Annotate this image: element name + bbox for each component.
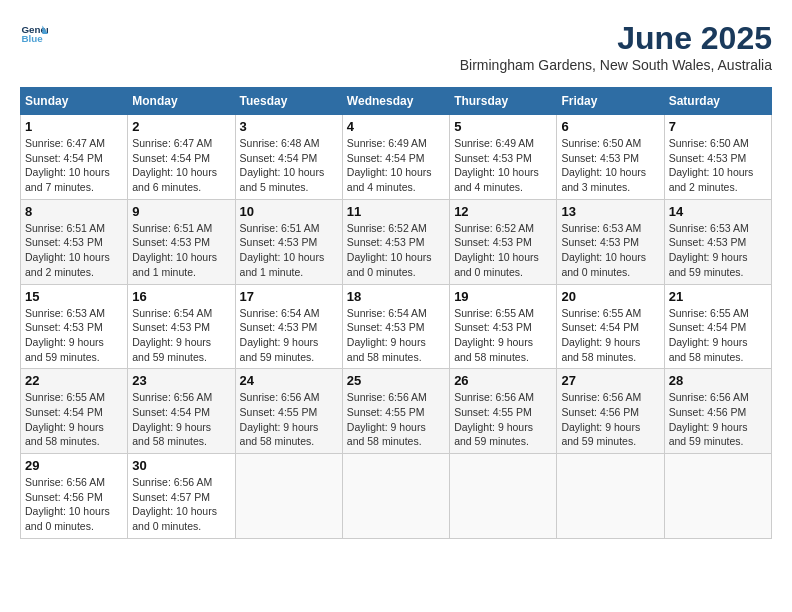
calendar-cell: 27Sunrise: 6:56 AMSunset: 4:56 PMDayligh… <box>557 369 664 454</box>
day-info: Sunrise: 6:53 AMSunset: 4:53 PMDaylight:… <box>669 221 767 280</box>
day-info: Sunrise: 6:55 AMSunset: 4:54 PMDaylight:… <box>561 306 659 365</box>
day-number: 2 <box>132 119 230 134</box>
day-info: Sunrise: 6:56 AMSunset: 4:56 PMDaylight:… <box>669 390 767 449</box>
calendar-cell: 14Sunrise: 6:53 AMSunset: 4:53 PMDayligh… <box>664 199 771 284</box>
calendar-week-1: 1Sunrise: 6:47 AMSunset: 4:54 PMDaylight… <box>21 115 772 200</box>
calendar-cell: 3Sunrise: 6:48 AMSunset: 4:54 PMDaylight… <box>235 115 342 200</box>
logo-icon: General Blue <box>20 20 48 48</box>
calendar-cell <box>450 454 557 539</box>
calendar-week-4: 22Sunrise: 6:55 AMSunset: 4:54 PMDayligh… <box>21 369 772 454</box>
day-number: 30 <box>132 458 230 473</box>
day-info: Sunrise: 6:52 AMSunset: 4:53 PMDaylight:… <box>347 221 445 280</box>
calendar-cell: 16Sunrise: 6:54 AMSunset: 4:53 PMDayligh… <box>128 284 235 369</box>
day-number: 16 <box>132 289 230 304</box>
day-number: 9 <box>132 204 230 219</box>
calendar-cell: 12Sunrise: 6:52 AMSunset: 4:53 PMDayligh… <box>450 199 557 284</box>
calendar-cell <box>342 454 449 539</box>
day-info: Sunrise: 6:56 AMSunset: 4:54 PMDaylight:… <box>132 390 230 449</box>
logo: General Blue <box>20 20 48 48</box>
column-header-friday: Friday <box>557 88 664 115</box>
calendar-table: SundayMondayTuesdayWednesdayThursdayFrid… <box>20 87 772 539</box>
calendar-cell: 13Sunrise: 6:53 AMSunset: 4:53 PMDayligh… <box>557 199 664 284</box>
calendar-cell: 8Sunrise: 6:51 AMSunset: 4:53 PMDaylight… <box>21 199 128 284</box>
day-info: Sunrise: 6:53 AMSunset: 4:53 PMDaylight:… <box>561 221 659 280</box>
calendar-cell <box>664 454 771 539</box>
day-number: 6 <box>561 119 659 134</box>
day-number: 5 <box>454 119 552 134</box>
calendar-cell: 7Sunrise: 6:50 AMSunset: 4:53 PMDaylight… <box>664 115 771 200</box>
day-info: Sunrise: 6:56 AMSunset: 4:55 PMDaylight:… <box>240 390 338 449</box>
day-info: Sunrise: 6:51 AMSunset: 4:53 PMDaylight:… <box>240 221 338 280</box>
day-number: 28 <box>669 373 767 388</box>
header: General Blue June 2025 Birmingham Garden… <box>20 20 772 79</box>
day-number: 3 <box>240 119 338 134</box>
calendar-cell <box>557 454 664 539</box>
day-number: 27 <box>561 373 659 388</box>
calendar-cell <box>235 454 342 539</box>
day-info: Sunrise: 6:56 AMSunset: 4:57 PMDaylight:… <box>132 475 230 534</box>
day-number: 8 <box>25 204 123 219</box>
calendar-cell: 28Sunrise: 6:56 AMSunset: 4:56 PMDayligh… <box>664 369 771 454</box>
day-info: Sunrise: 6:48 AMSunset: 4:54 PMDaylight:… <box>240 136 338 195</box>
day-number: 17 <box>240 289 338 304</box>
calendar-cell: 5Sunrise: 6:49 AMSunset: 4:53 PMDaylight… <box>450 115 557 200</box>
calendar-cell: 9Sunrise: 6:51 AMSunset: 4:53 PMDaylight… <box>128 199 235 284</box>
day-number: 29 <box>25 458 123 473</box>
day-number: 7 <box>669 119 767 134</box>
calendar-cell: 2Sunrise: 6:47 AMSunset: 4:54 PMDaylight… <box>128 115 235 200</box>
main-title: June 2025 <box>460 20 772 57</box>
calendar-cell: 15Sunrise: 6:53 AMSunset: 4:53 PMDayligh… <box>21 284 128 369</box>
calendar-cell: 24Sunrise: 6:56 AMSunset: 4:55 PMDayligh… <box>235 369 342 454</box>
day-number: 21 <box>669 289 767 304</box>
day-number: 15 <box>25 289 123 304</box>
calendar-cell: 6Sunrise: 6:50 AMSunset: 4:53 PMDaylight… <box>557 115 664 200</box>
day-info: Sunrise: 6:50 AMSunset: 4:53 PMDaylight:… <box>669 136 767 195</box>
day-info: Sunrise: 6:54 AMSunset: 4:53 PMDaylight:… <box>240 306 338 365</box>
day-number: 19 <box>454 289 552 304</box>
day-info: Sunrise: 6:49 AMSunset: 4:53 PMDaylight:… <box>454 136 552 195</box>
day-info: Sunrise: 6:50 AMSunset: 4:53 PMDaylight:… <box>561 136 659 195</box>
day-info: Sunrise: 6:49 AMSunset: 4:54 PMDaylight:… <box>347 136 445 195</box>
day-number: 20 <box>561 289 659 304</box>
calendar-cell: 17Sunrise: 6:54 AMSunset: 4:53 PMDayligh… <box>235 284 342 369</box>
column-header-thursday: Thursday <box>450 88 557 115</box>
day-number: 11 <box>347 204 445 219</box>
day-number: 23 <box>132 373 230 388</box>
day-info: Sunrise: 6:47 AMSunset: 4:54 PMDaylight:… <box>132 136 230 195</box>
calendar-cell: 25Sunrise: 6:56 AMSunset: 4:55 PMDayligh… <box>342 369 449 454</box>
day-number: 22 <box>25 373 123 388</box>
calendar-cell: 19Sunrise: 6:55 AMSunset: 4:53 PMDayligh… <box>450 284 557 369</box>
calendar-header-row: SundayMondayTuesdayWednesdayThursdayFrid… <box>21 88 772 115</box>
day-number: 18 <box>347 289 445 304</box>
calendar-cell: 30Sunrise: 6:56 AMSunset: 4:57 PMDayligh… <box>128 454 235 539</box>
calendar-cell: 18Sunrise: 6:54 AMSunset: 4:53 PMDayligh… <box>342 284 449 369</box>
day-info: Sunrise: 6:56 AMSunset: 4:56 PMDaylight:… <box>561 390 659 449</box>
calendar-week-2: 8Sunrise: 6:51 AMSunset: 4:53 PMDaylight… <box>21 199 772 284</box>
day-number: 12 <box>454 204 552 219</box>
day-info: Sunrise: 6:56 AMSunset: 4:55 PMDaylight:… <box>347 390 445 449</box>
day-info: Sunrise: 6:47 AMSunset: 4:54 PMDaylight:… <box>25 136 123 195</box>
column-header-wednesday: Wednesday <box>342 88 449 115</box>
column-header-monday: Monday <box>128 88 235 115</box>
day-info: Sunrise: 6:51 AMSunset: 4:53 PMDaylight:… <box>25 221 123 280</box>
day-number: 13 <box>561 204 659 219</box>
calendar-cell: 21Sunrise: 6:55 AMSunset: 4:54 PMDayligh… <box>664 284 771 369</box>
calendar-cell: 23Sunrise: 6:56 AMSunset: 4:54 PMDayligh… <box>128 369 235 454</box>
calendar-cell: 4Sunrise: 6:49 AMSunset: 4:54 PMDaylight… <box>342 115 449 200</box>
calendar-cell: 11Sunrise: 6:52 AMSunset: 4:53 PMDayligh… <box>342 199 449 284</box>
day-number: 1 <box>25 119 123 134</box>
day-info: Sunrise: 6:51 AMSunset: 4:53 PMDaylight:… <box>132 221 230 280</box>
calendar-cell: 20Sunrise: 6:55 AMSunset: 4:54 PMDayligh… <box>557 284 664 369</box>
day-info: Sunrise: 6:53 AMSunset: 4:53 PMDaylight:… <box>25 306 123 365</box>
svg-text:Blue: Blue <box>21 33 43 44</box>
subtitle: Birmingham Gardens, New South Wales, Aus… <box>460 57 772 73</box>
calendar-week-5: 29Sunrise: 6:56 AMSunset: 4:56 PMDayligh… <box>21 454 772 539</box>
day-info: Sunrise: 6:56 AMSunset: 4:56 PMDaylight:… <box>25 475 123 534</box>
day-info: Sunrise: 6:55 AMSunset: 4:54 PMDaylight:… <box>669 306 767 365</box>
day-info: Sunrise: 6:55 AMSunset: 4:53 PMDaylight:… <box>454 306 552 365</box>
column-header-tuesday: Tuesday <box>235 88 342 115</box>
day-info: Sunrise: 6:54 AMSunset: 4:53 PMDaylight:… <box>347 306 445 365</box>
column-header-saturday: Saturday <box>664 88 771 115</box>
title-area: June 2025 Birmingham Gardens, New South … <box>460 20 772 79</box>
day-number: 4 <box>347 119 445 134</box>
